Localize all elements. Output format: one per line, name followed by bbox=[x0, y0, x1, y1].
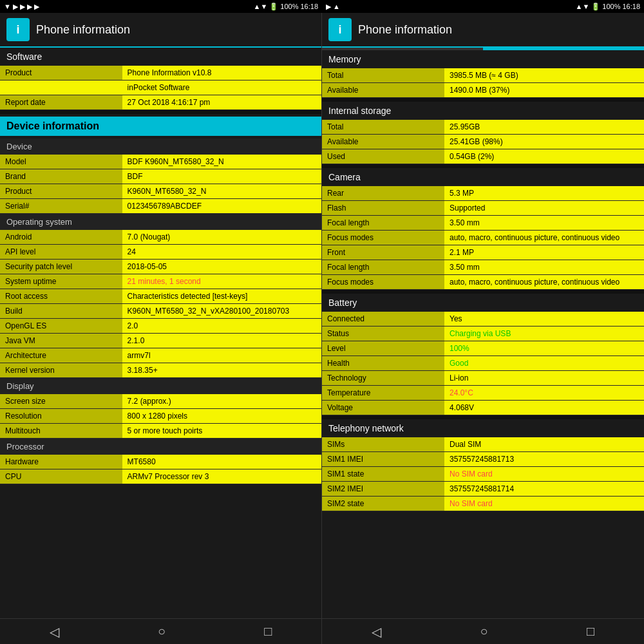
table-row: inPocket Software bbox=[0, 80, 321, 95]
battery-percent-r: 100% bbox=[602, 3, 620, 10]
table-row: Security patch level 2018-05-05 bbox=[0, 260, 321, 274]
value-avail-mem: 1490.0 MB (37%) bbox=[444, 83, 644, 98]
notification-icon-r1: ▶ bbox=[326, 3, 331, 11]
value-brand: BDF bbox=[122, 169, 321, 184]
right-panel-content[interactable]: Memory Total 3985.5 MB (≈ 4 GB) Availabl… bbox=[322, 50, 644, 618]
status-bar-right-panel: ▶ ▲ ▲▼ 🔋 100% 16:18 bbox=[322, 0, 644, 13]
label-focal-rear: Focal length bbox=[322, 216, 444, 231]
label-report-date: Report date bbox=[0, 95, 122, 110]
table-row: Resolution 800 x 1280 pixels bbox=[0, 409, 321, 424]
label-sims: SIMs bbox=[322, 437, 444, 452]
processor-sub-header: Processor bbox=[0, 439, 321, 455]
table-row: Product K960N_MT6580_32_N bbox=[0, 184, 321, 199]
value-sim2-imei: 357557245881714 bbox=[444, 482, 644, 497]
table-row: Flash Supported bbox=[322, 201, 644, 216]
value-level: 100% bbox=[444, 341, 644, 356]
back-button-r[interactable]: ◁ bbox=[372, 624, 381, 639]
table-row: Serial# 0123456789ABCDEF bbox=[0, 199, 321, 214]
label-temperature: Temperature bbox=[322, 386, 444, 401]
label-rear: Rear bbox=[322, 186, 444, 201]
value-arch: armv7l bbox=[122, 348, 321, 363]
memory-table: Total 3985.5 MB (≈ 4 GB) Available 1490.… bbox=[322, 68, 644, 98]
value-cpu: ARMv7 Processor rev 3 bbox=[122, 469, 321, 484]
recent-button-r[interactable]: □ bbox=[587, 624, 594, 639]
label-level: Level bbox=[322, 341, 444, 356]
value-status: Charging via USB bbox=[444, 327, 644, 341]
label-api: API level bbox=[0, 245, 122, 260]
label-multitouch: Multitouch bbox=[0, 424, 122, 439]
table-row: Product Phone Information v10.8 bbox=[0, 66, 321, 80]
label-flash: Flash bbox=[322, 201, 444, 216]
table-row: Screen size 7.2 (approx.) bbox=[0, 394, 321, 409]
table-row: Model BDF K960N_MT6580_32_N bbox=[0, 155, 321, 169]
table-row: Total 25.95GB bbox=[322, 120, 644, 135]
label-hardware: Hardware bbox=[0, 455, 122, 469]
value-flash: Supported bbox=[444, 201, 644, 216]
label-front: Front bbox=[322, 245, 444, 260]
left-panel-icon: i bbox=[6, 18, 30, 41]
table-row: Temperature 24.0°C bbox=[322, 386, 644, 401]
recent-button[interactable]: □ bbox=[264, 624, 272, 639]
battery-icon-r: 🔋 bbox=[591, 3, 600, 11]
label-empty bbox=[0, 80, 122, 95]
table-row: Android 7.0 (Nougat) bbox=[0, 230, 321, 245]
label-status: Status bbox=[322, 327, 444, 341]
value-api: 24 bbox=[122, 245, 321, 260]
right-panel-icon: i bbox=[328, 18, 352, 41]
software-table: Product Phone Information v10.8 inPocket… bbox=[0, 66, 321, 110]
table-row: Voltage 4.068V bbox=[322, 401, 644, 415]
battery-icon: 🔋 bbox=[269, 3, 278, 11]
telephony-table: SIMs Dual SIM SIM1 IMEI 357557245881713 … bbox=[322, 437, 644, 511]
value-inpocket: inPocket Software bbox=[122, 80, 321, 95]
value-technology: Li-ion bbox=[444, 371, 644, 386]
left-panel: i Phone information Software Product Pho… bbox=[0, 13, 322, 644]
table-row: CPU ARMv7 Processor rev 3 bbox=[0, 469, 321, 484]
table-row: Focus modes auto, macro, continuous pict… bbox=[322, 275, 644, 290]
label-focal-front: Focal length bbox=[322, 260, 444, 275]
label-brand: Brand bbox=[0, 169, 122, 184]
label-total-mem: Total bbox=[322, 68, 444, 83]
value-voltage: 4.068V bbox=[444, 401, 644, 415]
storage-table: Total 25.95GB Available 25.41GB (98%) Us… bbox=[322, 120, 644, 164]
value-front: 2.1 MP bbox=[444, 245, 644, 260]
status-icons-right: ▶ ▲ bbox=[326, 3, 340, 11]
table-row: Brand BDF bbox=[0, 169, 321, 184]
label-cpu: CPU bbox=[0, 469, 122, 484]
value-android: 7.0 (Nougat) bbox=[122, 230, 321, 245]
camera-section-header: Camera bbox=[322, 168, 644, 186]
label-build: Build bbox=[0, 304, 122, 319]
label-technology: Technology bbox=[322, 371, 444, 386]
home-button-r[interactable]: ○ bbox=[480, 624, 488, 639]
value-sim1-state: No SIM card bbox=[444, 467, 644, 482]
home-button[interactable]: ○ bbox=[158, 624, 166, 639]
value-temperature: 24.0°C bbox=[444, 386, 644, 401]
value-total-stor: 25.95GB bbox=[444, 120, 644, 135]
table-row: Build K960N_MT6580_32_N_vXA280100_201807… bbox=[0, 304, 321, 319]
table-row: Focal length 3.50 mm bbox=[322, 260, 644, 275]
table-row: Kernel version 3.18.35+ bbox=[0, 363, 321, 378]
table-row: Total 3985.5 MB (≈ 4 GB) bbox=[322, 68, 644, 83]
table-row: Root access Characteristics detected [te… bbox=[0, 289, 321, 304]
value-model: BDF K960N_MT6580_32_N bbox=[122, 155, 321, 169]
back-button[interactable]: ◁ bbox=[50, 624, 59, 639]
value-kernel: 3.18.35+ bbox=[122, 363, 321, 378]
table-row: System uptime 21 minutes, 1 second bbox=[0, 274, 321, 289]
table-row: Available 1490.0 MB (37%) bbox=[322, 83, 644, 98]
right-nav-bar: ◁ ○ □ bbox=[322, 618, 644, 644]
value-focal-rear: 3.50 mm bbox=[444, 216, 644, 231]
device-sub-header: Device bbox=[0, 138, 321, 155]
left-panel-header: i Phone information bbox=[0, 13, 321, 48]
label-product: Product bbox=[0, 184, 122, 199]
value-root: Characteristics detected [test-keys] bbox=[122, 289, 321, 304]
value-opengl: 2.0 bbox=[122, 319, 321, 334]
notification-icon-3: ▶ bbox=[20, 3, 25, 11]
label-health: Health bbox=[322, 356, 444, 371]
notification-icon-r2: ▲ bbox=[333, 3, 340, 10]
device-table: Model BDF K960N_MT6580_32_N Brand BDF Pr… bbox=[0, 155, 321, 214]
left-panel-content[interactable]: Software Product Phone Information v10.8… bbox=[0, 48, 321, 618]
table-row: Used 0.54GB (2%) bbox=[322, 149, 644, 164]
notification-icon-4: ▶ bbox=[27, 3, 32, 11]
notification-icon-1: ▼ bbox=[4, 3, 11, 10]
value-product: K960N_MT6580_32_N bbox=[122, 184, 321, 199]
label-model: Model bbox=[0, 155, 122, 169]
